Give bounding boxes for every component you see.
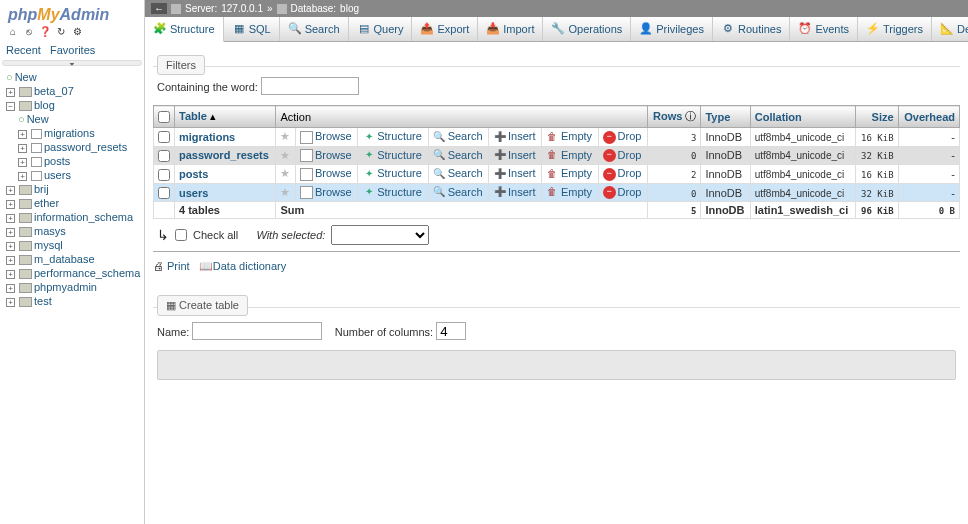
drop-action[interactable]: Drop <box>618 186 642 198</box>
logo[interactable]: phpMyAdmin <box>2 2 142 26</box>
star-icon[interactable]: ★ <box>280 130 290 142</box>
structure-action[interactable]: Structure <box>377 167 422 179</box>
insert-action[interactable]: Insert <box>508 130 536 142</box>
tab-privileges[interactable]: 👤Privileges <box>631 17 713 41</box>
table-name-link[interactable]: migrations <box>179 131 235 143</box>
tree-db-m-database[interactable]: +m_database <box>4 252 140 266</box>
col-table[interactable]: Table <box>179 110 207 122</box>
search-action[interactable]: Search <box>448 130 483 142</box>
structure-action[interactable]: Structure <box>377 186 422 198</box>
browse-action[interactable]: Browse <box>315 149 352 161</box>
col-size[interactable]: Size <box>872 111 894 123</box>
check-all-label[interactable]: Check all <box>193 229 238 241</box>
table-icon <box>31 157 42 167</box>
col-rows[interactable]: Rows <box>653 110 682 122</box>
data-dict-link[interactable]: Data dictionary <box>213 260 286 272</box>
tab-routines[interactable]: ⚙Routines <box>713 17 790 41</box>
home-icon[interactable]: ⌂ <box>6 26 20 40</box>
star-icon[interactable]: ★ <box>280 186 290 198</box>
filter-input[interactable] <box>261 77 359 95</box>
drop-action[interactable]: Drop <box>618 167 642 179</box>
star-icon[interactable]: ★ <box>280 149 290 161</box>
tree-blog-new[interactable]: ○New <box>4 112 140 126</box>
empty-action[interactable]: Empty <box>561 130 592 142</box>
reload-icon[interactable]: ↻ <box>54 26 68 40</box>
tree-db-performance-schema[interactable]: +performance_schema <box>4 266 140 280</box>
row-overhead: - <box>898 128 959 147</box>
tab-import[interactable]: 📥Import <box>478 17 543 41</box>
insert-action[interactable]: Insert <box>508 186 536 198</box>
tree-db-test[interactable]: +test <box>4 294 140 308</box>
settings-icon[interactable]: ⚙ <box>70 26 84 40</box>
docs-icon[interactable]: ❓ <box>38 26 52 40</box>
favorites-link[interactable]: Favorites <box>50 44 95 56</box>
check-all[interactable] <box>175 229 187 241</box>
col-overhead[interactable]: Overhead <box>904 111 955 123</box>
empty-action[interactable]: Empty <box>561 167 592 179</box>
empty-action[interactable]: Empty <box>561 186 592 198</box>
create-table-cols-input[interactable] <box>436 322 466 340</box>
tab-search[interactable]: 🔍Search <box>280 17 349 41</box>
tab-designer[interactable]: 📐Designer <box>932 17 968 41</box>
recent-link[interactable]: Recent <box>6 44 41 56</box>
tree-db-mysql[interactable]: +mysql <box>4 238 140 252</box>
col-collation[interactable]: Collation <box>755 111 802 123</box>
print-link[interactable]: Print <box>167 260 190 272</box>
table-row: password_resets★Browse✦Structure🔍Search➕… <box>154 146 960 165</box>
check-all-top[interactable] <box>158 111 170 123</box>
search-action[interactable]: Search <box>448 186 483 198</box>
browse-action[interactable]: Browse <box>315 186 352 198</box>
row-checkbox[interactable] <box>158 131 170 143</box>
drop-action[interactable]: Drop <box>618 130 642 142</box>
empty-action[interactable]: Empty <box>561 149 592 161</box>
row-checkbox[interactable] <box>158 150 170 162</box>
table-name-link[interactable]: password_resets <box>179 149 269 161</box>
drop-action[interactable]: Drop <box>618 149 642 161</box>
tree-db-brij[interactable]: +brij <box>4 182 140 196</box>
structure-action[interactable]: Structure <box>377 149 422 161</box>
table-name-link[interactable]: posts <box>179 168 208 180</box>
tree-db-information-schema[interactable]: +information_schema <box>4 210 140 224</box>
tab-structure[interactable]: 🧩Structure <box>145 17 224 42</box>
tree-db-phpmyadmin[interactable]: +phpmyadmin <box>4 280 140 294</box>
tree-new[interactable]: ○New <box>4 70 140 84</box>
tree-table-posts[interactable]: +posts <box>4 154 140 168</box>
tab-query[interactable]: ▤Query <box>349 17 413 41</box>
database-link[interactable]: blog <box>340 3 359 14</box>
tab-sql[interactable]: ▦SQL <box>224 17 280 41</box>
sum-size: 96 KiB <box>855 202 898 219</box>
nav-collapse-toggle[interactable]: ⏷ <box>2 60 142 66</box>
tree-db-ether[interactable]: +ether <box>4 196 140 210</box>
insert-action[interactable]: Insert <box>508 149 536 161</box>
tree-table-migrations[interactable]: +migrations <box>4 126 140 140</box>
star-icon[interactable]: ★ <box>280 167 290 179</box>
row-size: 16 KiB <box>855 128 898 147</box>
row-checkbox[interactable] <box>158 187 170 199</box>
tree-table-users[interactable]: +users <box>4 168 140 182</box>
info-icon[interactable]: ⓘ <box>685 110 696 122</box>
search-action[interactable]: Search <box>448 167 483 179</box>
search-icon: 🔍 <box>433 131 446 144</box>
sidebar-icon-row: ⌂ ⎋ ❓ ↻ ⚙ <box>2 26 142 42</box>
with-selected-dropdown[interactable] <box>331 225 429 245</box>
tab-events[interactable]: ⏰Events <box>790 17 858 41</box>
browse-action[interactable]: Browse <box>315 167 352 179</box>
tree-db-masys[interactable]: +masys <box>4 224 140 238</box>
tree-table-password-resets[interactable]: +password_resets <box>4 140 140 154</box>
insert-action[interactable]: Insert <box>508 167 536 179</box>
logout-icon[interactable]: ⎋ <box>22 26 36 40</box>
row-checkbox[interactable] <box>158 169 170 181</box>
tab-triggers[interactable]: ⚡Triggers <box>858 17 932 41</box>
tab-operations[interactable]: 🔧Operations <box>543 17 631 41</box>
browse-action[interactable]: Browse <box>315 130 352 142</box>
table-name-link[interactable]: users <box>179 187 208 199</box>
tree-db-beta[interactable]: +beta_07 <box>4 84 140 98</box>
create-table-name-input[interactable] <box>192 322 322 340</box>
search-action[interactable]: Search <box>448 149 483 161</box>
tab-export[interactable]: 📤Export <box>412 17 478 41</box>
server-link[interactable]: 127.0.0.1 <box>221 3 263 14</box>
structure-action[interactable]: Structure <box>377 130 422 142</box>
tree-db-blog[interactable]: −blog <box>4 98 140 112</box>
col-type[interactable]: Type <box>705 111 730 123</box>
collapse-nav-icon[interactable]: ← <box>151 3 167 14</box>
